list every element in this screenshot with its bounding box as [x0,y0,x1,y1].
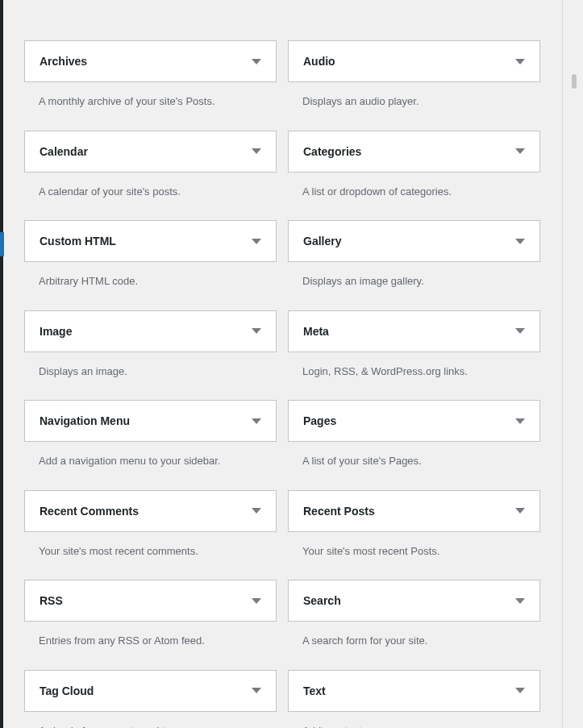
widget-title: Navigation Menu [40,414,130,427]
widget-toggle-navigation-menu[interactable]: Navigation Menu [24,400,277,442]
widgets-grid: Archives A monthly archive of your site'… [24,19,540,728]
widget-toggle-tag-cloud[interactable]: Tag Cloud [24,670,277,712]
chevron-down-icon [252,239,261,244]
widget-desc: A list of your site's Pages. [288,442,540,469]
widget-toggle-image[interactable]: Image [24,310,277,352]
widget-title: Recent Comments [40,505,139,518]
widget-title: Recent Posts [303,505,375,518]
widget-title: RSS [40,594,63,607]
widget-toggle-rss[interactable]: RSS [24,580,277,622]
widget-item-recent-posts: Recent Posts Your site's most recent Pos… [288,469,540,560]
widget-toggle-custom-html[interactable]: Custom HTML [24,220,277,262]
widget-desc: Displays an audio player. [288,82,540,110]
widget-toggle-audio[interactable]: Audio [288,40,540,82]
widget-item-tag-cloud: Tag Cloud A cloud of your most used tags… [24,649,277,729]
chevron-down-icon [252,148,261,154]
widget-title: Calendar [40,145,88,158]
scrollbar-thumb[interactable] [572,74,577,89]
widget-title: Image [40,325,72,338]
panel-intro-text [27,0,540,3]
chevron-down-icon [252,598,261,604]
widget-item-navigation-menu: Navigation Menu Add a navigation menu to… [24,379,277,469]
widget-desc: Entries from any RSS or Atom feed. [24,622,277,649]
widget-item-recent-comments: Recent Comments Your site's most recent … [24,469,277,560]
chevron-down-icon [252,59,261,64]
widget-desc: Your site's most recent comments. [24,532,277,560]
chevron-down-icon [252,328,261,334]
widget-desc: Your site's most recent Posts. [288,532,540,560]
widget-toggle-categories[interactable]: Categories [288,131,540,173]
widget-title: Archives [40,55,87,68]
widget-toggle-recent-comments[interactable]: Recent Comments [24,490,277,532]
widget-item-audio: Audio Displays an audio player. [288,19,540,110]
widget-title: Meta [303,325,329,338]
widget-item-image: Image Displays an image. [24,289,277,380]
widget-item-custom-html: Custom HTML Arbitrary HTML code. [24,199,277,289]
chevron-down-icon [252,508,261,514]
chevron-down-icon [515,508,525,514]
widget-item-rss: RSS Entries from any RSS or Atom feed. [24,559,277,649]
widget-item-meta: Meta Login, RSS, & WordPress.org links. [288,289,540,380]
widget-toggle-search[interactable]: Search [288,580,540,622]
chevron-down-icon [515,418,525,424]
widget-item-search: Search A search form for your site. [288,559,540,649]
widget-title: Text [303,684,326,697]
chevron-down-icon [515,598,525,604]
admin-sidebar-edge [0,0,3,728]
chevron-down-icon [515,148,525,154]
widget-toggle-pages[interactable]: Pages [288,400,540,442]
widget-item-archives: Archives A monthly archive of your site'… [24,19,277,110]
widget-desc: Add a navigation menu to your sidebar. [24,442,277,469]
chevron-down-icon [252,418,261,424]
widget-desc: Displays an image. [24,352,277,380]
widget-title: Categories [303,145,361,158]
widget-desc: A search form for your site. [288,622,540,649]
right-panel-edge [562,0,583,728]
widget-toggle-text[interactable]: Text [288,670,540,712]
widget-toggle-archives[interactable]: Archives [24,40,277,82]
chevron-down-icon [252,688,261,693]
widget-desc: A calendar of your site's posts. [24,173,277,200]
chevron-down-icon [515,59,525,64]
widget-desc: A list or dropdown of categories. [288,173,540,200]
widget-toggle-gallery[interactable]: Gallery [288,220,540,262]
widget-desc: Login, RSS, & WordPress.org links. [288,352,540,380]
chevron-down-icon [515,328,525,334]
widget-title: Custom HTML [40,235,116,248]
chevron-down-icon [515,688,525,693]
widget-title: Search [303,594,341,607]
widget-title: Pages [303,414,336,427]
widget-desc: A monthly archive of your site's Posts. [24,82,277,110]
widget-toggle-recent-posts[interactable]: Recent Posts [288,490,540,532]
widget-title: Tag Cloud [40,684,94,697]
chevron-down-icon [515,239,525,244]
widget-title: Audio [303,55,335,68]
widget-toggle-calendar[interactable]: Calendar [24,131,277,173]
widget-toggle-meta[interactable]: Meta [288,310,540,352]
widget-desc: Arbitrary HTML code. [24,262,277,289]
widget-desc: A cloud of your most used tags. [24,712,277,729]
widget-item-text: Text Arbitrary text. [288,649,540,729]
widget-item-categories: Categories A list or dropdown of categor… [288,110,540,200]
widget-desc: Displays an image gallery. [288,262,540,289]
widget-item-gallery: Gallery Displays an image gallery. [288,199,540,289]
widget-title: Gallery [303,235,341,248]
widget-item-pages: Pages A list of your site's Pages. [288,379,540,469]
available-widgets-panel: Archives A monthly archive of your site'… [24,0,540,728]
widget-desc: Arbitrary text. [288,712,540,729]
admin-sidebar-active-indicator [0,232,4,256]
widget-item-calendar: Calendar A calendar of your site's posts… [24,110,277,200]
